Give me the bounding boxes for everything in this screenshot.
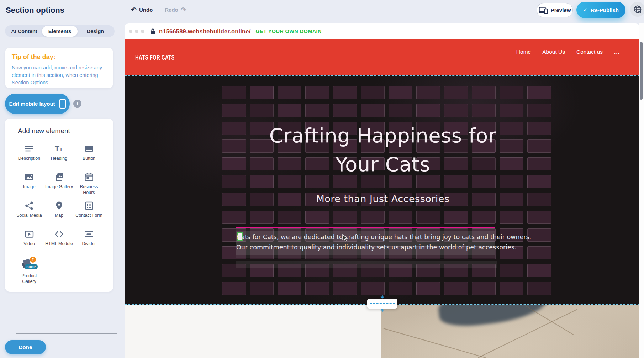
pavement-shadow [437, 305, 550, 330]
nav-more-menu[interactable]: ... [614, 49, 620, 59]
undo-label: Undo [139, 7, 153, 13]
video-play-icon [25, 230, 34, 239]
info-icon[interactable]: i [73, 100, 81, 108]
hero-paragraph-line1[interactable]: Hats for Cats, we are dedicated to craft… [236, 233, 495, 241]
code-icon [54, 230, 64, 239]
site-url[interactable]: n1566589.websitebuilder.online/ [159, 28, 250, 35]
site-logo[interactable]: HATS FOR CATS [135, 54, 175, 62]
language-globe-button[interactable] [630, 2, 644, 17]
next-section-photo[interactable] [381, 305, 640, 358]
element-video[interactable]: Video [14, 227, 44, 256]
redo-button[interactable]: Redo ↷ [165, 6, 186, 13]
edit-mobile-label: Edit mobile layout [9, 101, 55, 107]
element-business-hours[interactable]: Business Hours [74, 170, 104, 199]
tab-ai-content[interactable]: AI Content [6, 26, 42, 37]
product-gallery-icon: ↑ SHOP [21, 258, 37, 271]
undo-button[interactable]: ↶ Undo [131, 6, 153, 13]
map-pin-icon [54, 201, 64, 210]
add-new-element-card: Add new element Description T T Heading [5, 119, 113, 292]
republish-label: Re-Publish [591, 7, 619, 13]
tip-body: Now you can add, move and resize any ele… [12, 64, 106, 86]
image-gallery-icon [54, 173, 64, 182]
element-image[interactable]: Image [14, 170, 44, 199]
next-section-blank[interactable] [125, 305, 381, 358]
hero-heading-line2[interactable]: Your Cats [125, 153, 640, 176]
element-button[interactable]: Button [74, 142, 104, 170]
element-product-gallery[interactable]: ↑ SHOP Product Gallery [14, 256, 44, 284]
redo-icon: ↷ [181, 6, 186, 13]
app-root: Section options ↶ Undo Redo ↷ Preview ✓ … [0, 0, 644, 358]
hero-subheading[interactable]: More than Just Accessories [125, 193, 640, 204]
lock-icon [150, 28, 155, 35]
svg-text:T: T [55, 144, 59, 153]
site-nav: Home About Us Contact us ... [516, 49, 620, 59]
upgrade-arrow-badge: ↑ [30, 257, 36, 263]
panel-tabbar: AI Content Elements Design [5, 25, 115, 37]
check-icon: ✓ [583, 7, 588, 13]
nav-home[interactable]: Home [516, 49, 531, 59]
undo-icon: ↶ [131, 6, 137, 13]
section-resize-handle[interactable] [367, 299, 397, 309]
republish-button[interactable]: ✓ Re-Publish [576, 2, 625, 18]
hero-section-selected[interactable]: Crafting Happiness for Your Cats More th… [125, 75, 640, 305]
devices-icon [539, 7, 548, 14]
arrow-down-icon [380, 295, 385, 299]
add-new-element-title: Add new element [18, 127, 70, 135]
form-icon [84, 201, 94, 210]
shop-badge: SHOP [25, 264, 38, 269]
undo-redo-group: ↶ Undo Redo ↷ [131, 6, 186, 13]
element-description[interactable]: Description [14, 142, 44, 170]
window-dots [129, 30, 144, 33]
globe-icon [633, 5, 642, 14]
element-image-gallery[interactable]: Image Gallery [44, 170, 74, 199]
mobile-phone-icon [59, 99, 66, 109]
text-lines-icon [25, 144, 34, 153]
image-icon [25, 173, 34, 182]
site-header: HATS FOR CATS Home About Us Contact us .… [125, 39, 640, 75]
tip-title: Tip of the day: [12, 53, 56, 61]
heading-icon: T T [54, 144, 64, 153]
tab-elements[interactable]: Elements [42, 26, 78, 37]
element-social-media[interactable]: Social Media [14, 199, 44, 227]
browser-chrome: n1566589.websitebuilder.online/ GET YOUR… [125, 23, 640, 39]
element-heading[interactable]: T T Heading [44, 142, 74, 170]
page-title: Section options [6, 6, 64, 15]
edit-mobile-layout-button[interactable]: Edit mobile layout [5, 94, 70, 114]
element-contact-form[interactable]: Contact Form [74, 199, 104, 227]
divider-icon [84, 230, 94, 239]
nav-contact-us[interactable]: Contact us [576, 49, 603, 59]
button-icon [84, 144, 94, 153]
hero-paragraph-line2[interactable]: Our commitment to quality and individual… [236, 244, 495, 251]
preview-label: Preview [551, 7, 571, 13]
share-icon [25, 201, 34, 210]
mouse-cursor [342, 234, 348, 242]
redo-label: Redo [165, 7, 178, 13]
nav-about-us[interactable]: About Us [542, 49, 565, 59]
arrow-up-icon [380, 308, 385, 312]
done-button[interactable]: Done [5, 340, 46, 354]
panel-divider [16, 333, 117, 334]
calendar-icon [84, 173, 94, 182]
element-divider[interactable]: Divider [74, 227, 104, 256]
scrollbar-thumb[interactable] [640, 42, 643, 100]
get-domain-link[interactable]: GET YOUR OWN DOMAIN [255, 28, 321, 34]
element-html-module[interactable]: HTML Module [44, 227, 74, 256]
drop-indicator-band [236, 261, 497, 268]
preview-button[interactable]: Preview [537, 3, 573, 17]
tip-of-the-day-card: Tip of the day: Now you can add, move an… [5, 48, 113, 88]
element-map[interactable]: Map [44, 199, 74, 227]
tab-design[interactable]: Design [78, 26, 113, 37]
svg-text:T: T [59, 146, 63, 152]
selected-text-element[interactable]: Hats for Cats, we are dedicated to craft… [236, 227, 495, 258]
element-grid: Description T T Heading Button [14, 142, 104, 284]
hero-heading-line1[interactable]: Crafting Happiness for [125, 124, 640, 147]
